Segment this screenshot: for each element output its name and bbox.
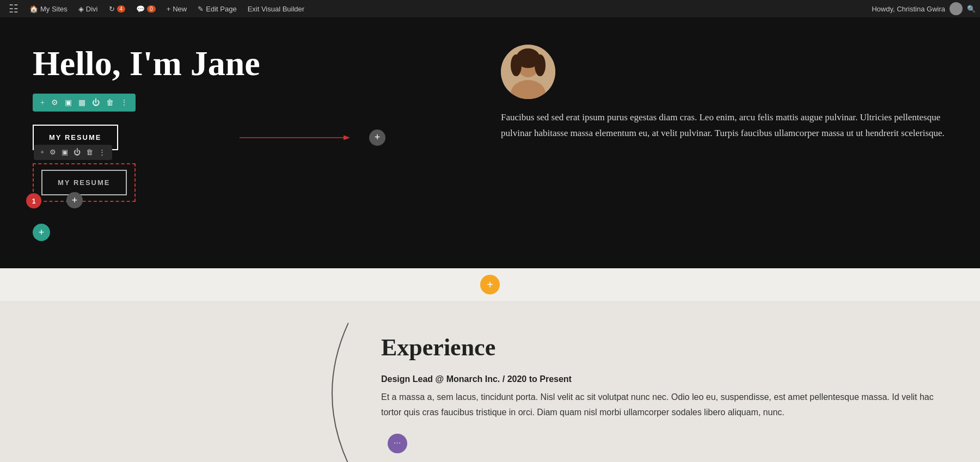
mini-delete-icon[interactable]: 🗑 [86, 148, 93, 157]
curved-line-decoration [316, 323, 348, 462]
settings-icon[interactable]: ⚙ [51, 98, 58, 107]
exit-visual-builder-link[interactable]: Exit Visual Builder [243, 0, 309, 17]
light-section-left [0, 323, 348, 462]
comments-count: 0 [147, 5, 156, 13]
svg-point-5 [511, 54, 522, 76]
page-content: Hello, I'm Jane + ⚙ ▣ ▦ ⏻ 🗑 ⋮ MY RESUME [0, 17, 980, 462]
admin-bar: ☷ 🏠 My Sites ◈ Divi ↻ 4 💬 0 + New ✎ Edit… [0, 0, 980, 17]
wp-logo-icon[interactable]: ☷ [4, 0, 23, 17]
light-section-right: Experience Design Lead @ Monarch Inc. / … [348, 323, 980, 462]
user-avatar-icon [950, 2, 963, 15]
updates-count: 4 [117, 5, 126, 13]
updates-icon: ↻ [109, 5, 115, 13]
my-sites-icon: 🏠 [29, 5, 38, 13]
delete-icon[interactable]: 🗑 [106, 98, 114, 107]
svg-point-6 [535, 54, 546, 76]
updates-link[interactable]: ↻ 4 [105, 0, 130, 17]
job-title: Design Lead @ Monarch Inc. / 2020 to Pre… [381, 374, 947, 384]
plus-icon: + [167, 5, 171, 13]
duplicate-icon[interactable]: ▣ [65, 98, 72, 107]
avatar [501, 45, 555, 99]
more-icon[interactable]: ⋮ [120, 98, 128, 107]
hero-body-text: Faucibus sed sed erat ipsum purus egesta… [501, 110, 947, 141]
hero-right: Faucibus sed sed erat ipsum purus egesta… [501, 39, 947, 241]
hero-left: Hello, I'm Jane + ⚙ ▣ ▦ ⏻ 🗑 ⋮ MY RESUME [33, 39, 479, 241]
divi-icon: ◈ [78, 5, 84, 13]
section-add-row: + [0, 268, 980, 301]
add-inside-button[interactable]: + [66, 192, 83, 208]
edit-page-link[interactable]: ✎ Edit Page [193, 0, 241, 17]
purple-dot-menu[interactable]: ··· [388, 434, 407, 453]
comments-link[interactable]: 💬 0 [132, 0, 160, 17]
add-module-icon[interactable]: + [40, 98, 45, 107]
mini-settings-icon[interactable]: ⚙ [50, 148, 56, 157]
add-section-below: + [33, 224, 479, 241]
hero-title: Hello, I'm Jane [33, 45, 479, 83]
mini-more-icon[interactable]: ⋮ [99, 148, 106, 157]
light-section: Experience Design Lead @ Monarch Inc. / … [0, 301, 980, 462]
new-link[interactable]: + New [162, 0, 192, 17]
module-badge: 1 [26, 193, 41, 208]
search-icon[interactable]: 🔍 [967, 5, 976, 13]
comments-icon: 💬 [136, 5, 145, 13]
selected-module-wrapper: + ⚙ ▣ ⏻ 🗑 ⋮ MY RESUME 1 + [33, 163, 136, 202]
divi-link[interactable]: ◈ Divi [74, 0, 102, 17]
divi-label: Divi [86, 5, 98, 13]
purple-dot-icon: ··· [394, 439, 401, 448]
mini-duplicate-icon[interactable]: ▣ [62, 148, 68, 157]
arrow-indicator [240, 130, 359, 146]
pencil-icon: ✎ [198, 5, 204, 13]
new-label: New [173, 5, 187, 13]
job-body: Et a massa a, sem lacus, tincidunt porta… [381, 390, 947, 419]
mini-module-toolbar: + ⚙ ▣ ⏻ 🗑 ⋮ [34, 145, 112, 160]
columns-icon[interactable]: ▦ [78, 98, 85, 107]
hero-section: Hello, I'm Jane + ⚙ ▣ ▦ ⏻ 🗑 ⋮ MY RESUME [0, 17, 980, 268]
add-section-green-button[interactable]: + [33, 224, 50, 241]
experience-title: Experience [381, 334, 947, 361]
mini-power-icon[interactable]: ⏻ [74, 148, 81, 157]
add-section-orange-button[interactable]: + [480, 275, 500, 294]
exit-visual-builder-label: Exit Visual Builder [248, 5, 305, 13]
my-sites-label: My Sites [40, 5, 68, 13]
power-icon[interactable]: ⏻ [92, 98, 100, 107]
selected-resume-button[interactable]: MY RESUME [41, 170, 127, 195]
my-sites-link[interactable]: 🏠 My Sites [25, 0, 72, 17]
admin-bar-right: Howdy, Christina Gwira 🔍 [872, 2, 976, 15]
edit-page-label: Edit Page [206, 5, 236, 13]
add-module-right-button[interactable]: + [369, 130, 385, 146]
user-greeting: Howdy, Christina Gwira [872, 5, 945, 13]
mini-add-icon[interactable]: + [40, 148, 44, 157]
module-toolbar: + ⚙ ▣ ▦ ⏻ 🗑 ⋮ [33, 94, 136, 112]
selected-module: + ⚙ ▣ ⏻ 🗑 ⋮ MY RESUME 1 + [33, 163, 136, 202]
